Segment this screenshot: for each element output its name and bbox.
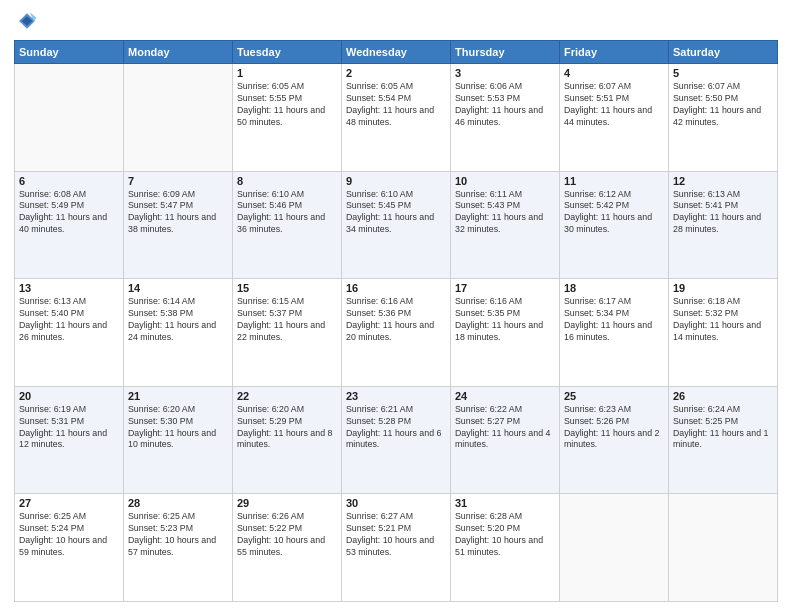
calendar-cell: 1Sunrise: 6:05 AM Sunset: 5:55 PM Daylig… [233, 64, 342, 172]
calendar-cell: 26Sunrise: 6:24 AM Sunset: 5:25 PM Dayli… [669, 386, 778, 494]
calendar-body: 1Sunrise: 6:05 AM Sunset: 5:55 PM Daylig… [15, 64, 778, 602]
calendar-cell: 19Sunrise: 6:18 AM Sunset: 5:32 PM Dayli… [669, 279, 778, 387]
day-header-tuesday: Tuesday [233, 41, 342, 64]
day-number: 23 [346, 390, 446, 402]
calendar-cell: 24Sunrise: 6:22 AM Sunset: 5:27 PM Dayli… [451, 386, 560, 494]
day-info: Sunrise: 6:17 AM Sunset: 5:34 PM Dayligh… [564, 296, 664, 344]
day-info: Sunrise: 6:12 AM Sunset: 5:42 PM Dayligh… [564, 189, 664, 237]
day-info: Sunrise: 6:28 AM Sunset: 5:20 PM Dayligh… [455, 511, 555, 559]
day-info: Sunrise: 6:06 AM Sunset: 5:53 PM Dayligh… [455, 81, 555, 129]
day-number: 9 [346, 175, 446, 187]
calendar-cell: 23Sunrise: 6:21 AM Sunset: 5:28 PM Dayli… [342, 386, 451, 494]
calendar-cell: 5Sunrise: 6:07 AM Sunset: 5:50 PM Daylig… [669, 64, 778, 172]
calendar-week-row: 27Sunrise: 6:25 AM Sunset: 5:24 PM Dayli… [15, 494, 778, 602]
day-number: 10 [455, 175, 555, 187]
calendar-cell: 14Sunrise: 6:14 AM Sunset: 5:38 PM Dayli… [124, 279, 233, 387]
day-number: 30 [346, 497, 446, 509]
calendar-cell: 4Sunrise: 6:07 AM Sunset: 5:51 PM Daylig… [560, 64, 669, 172]
day-info: Sunrise: 6:19 AM Sunset: 5:31 PM Dayligh… [19, 404, 119, 452]
day-info: Sunrise: 6:08 AM Sunset: 5:49 PM Dayligh… [19, 189, 119, 237]
day-number: 28 [128, 497, 228, 509]
day-info: Sunrise: 6:20 AM Sunset: 5:29 PM Dayligh… [237, 404, 337, 452]
day-info: Sunrise: 6:15 AM Sunset: 5:37 PM Dayligh… [237, 296, 337, 344]
calendar-cell: 6Sunrise: 6:08 AM Sunset: 5:49 PM Daylig… [15, 171, 124, 279]
calendar-cell: 29Sunrise: 6:26 AM Sunset: 5:22 PM Dayli… [233, 494, 342, 602]
calendar-cell: 22Sunrise: 6:20 AM Sunset: 5:29 PM Dayli… [233, 386, 342, 494]
day-number: 8 [237, 175, 337, 187]
day-info: Sunrise: 6:05 AM Sunset: 5:54 PM Dayligh… [346, 81, 446, 129]
calendar-cell: 20Sunrise: 6:19 AM Sunset: 5:31 PM Dayli… [15, 386, 124, 494]
day-header-saturday: Saturday [669, 41, 778, 64]
day-header-wednesday: Wednesday [342, 41, 451, 64]
day-info: Sunrise: 6:09 AM Sunset: 5:47 PM Dayligh… [128, 189, 228, 237]
day-info: Sunrise: 6:13 AM Sunset: 5:41 PM Dayligh… [673, 189, 773, 237]
day-number: 21 [128, 390, 228, 402]
day-info: Sunrise: 6:16 AM Sunset: 5:35 PM Dayligh… [455, 296, 555, 344]
calendar-cell [560, 494, 669, 602]
day-info: Sunrise: 6:11 AM Sunset: 5:43 PM Dayligh… [455, 189, 555, 237]
day-number: 3 [455, 67, 555, 79]
day-info: Sunrise: 6:10 AM Sunset: 5:46 PM Dayligh… [237, 189, 337, 237]
day-number: 2 [346, 67, 446, 79]
calendar-cell: 31Sunrise: 6:28 AM Sunset: 5:20 PM Dayli… [451, 494, 560, 602]
calendar-header-row: SundayMondayTuesdayWednesdayThursdayFrid… [15, 41, 778, 64]
day-number: 4 [564, 67, 664, 79]
calendar-cell: 2Sunrise: 6:05 AM Sunset: 5:54 PM Daylig… [342, 64, 451, 172]
day-number: 16 [346, 282, 446, 294]
day-number: 31 [455, 497, 555, 509]
calendar-cell: 25Sunrise: 6:23 AM Sunset: 5:26 PM Dayli… [560, 386, 669, 494]
calendar-cell: 8Sunrise: 6:10 AM Sunset: 5:46 PM Daylig… [233, 171, 342, 279]
day-number: 7 [128, 175, 228, 187]
day-number: 6 [19, 175, 119, 187]
day-number: 12 [673, 175, 773, 187]
day-info: Sunrise: 6:20 AM Sunset: 5:30 PM Dayligh… [128, 404, 228, 452]
day-info: Sunrise: 6:26 AM Sunset: 5:22 PM Dayligh… [237, 511, 337, 559]
day-info: Sunrise: 6:07 AM Sunset: 5:51 PM Dayligh… [564, 81, 664, 129]
calendar-cell: 30Sunrise: 6:27 AM Sunset: 5:21 PM Dayli… [342, 494, 451, 602]
day-info: Sunrise: 6:16 AM Sunset: 5:36 PM Dayligh… [346, 296, 446, 344]
day-number: 22 [237, 390, 337, 402]
day-header-monday: Monday [124, 41, 233, 64]
day-number: 20 [19, 390, 119, 402]
calendar-cell [669, 494, 778, 602]
day-info: Sunrise: 6:14 AM Sunset: 5:38 PM Dayligh… [128, 296, 228, 344]
calendar-week-row: 13Sunrise: 6:13 AM Sunset: 5:40 PM Dayli… [15, 279, 778, 387]
logo-icon [16, 10, 38, 32]
day-info: Sunrise: 6:21 AM Sunset: 5:28 PM Dayligh… [346, 404, 446, 452]
calendar-cell [124, 64, 233, 172]
calendar-week-row: 20Sunrise: 6:19 AM Sunset: 5:31 PM Dayli… [15, 386, 778, 494]
day-number: 5 [673, 67, 773, 79]
day-number: 15 [237, 282, 337, 294]
day-number: 17 [455, 282, 555, 294]
calendar-cell: 10Sunrise: 6:11 AM Sunset: 5:43 PM Dayli… [451, 171, 560, 279]
calendar-cell: 28Sunrise: 6:25 AM Sunset: 5:23 PM Dayli… [124, 494, 233, 602]
calendar-cell: 17Sunrise: 6:16 AM Sunset: 5:35 PM Dayli… [451, 279, 560, 387]
day-number: 11 [564, 175, 664, 187]
calendar-week-row: 1Sunrise: 6:05 AM Sunset: 5:55 PM Daylig… [15, 64, 778, 172]
calendar-cell: 9Sunrise: 6:10 AM Sunset: 5:45 PM Daylig… [342, 171, 451, 279]
day-info: Sunrise: 6:05 AM Sunset: 5:55 PM Dayligh… [237, 81, 337, 129]
day-info: Sunrise: 6:24 AM Sunset: 5:25 PM Dayligh… [673, 404, 773, 452]
day-info: Sunrise: 6:10 AM Sunset: 5:45 PM Dayligh… [346, 189, 446, 237]
day-info: Sunrise: 6:22 AM Sunset: 5:27 PM Dayligh… [455, 404, 555, 452]
header [14, 10, 778, 36]
day-number: 1 [237, 67, 337, 79]
calendar-cell: 3Sunrise: 6:06 AM Sunset: 5:53 PM Daylig… [451, 64, 560, 172]
day-info: Sunrise: 6:25 AM Sunset: 5:24 PM Dayligh… [19, 511, 119, 559]
day-number: 14 [128, 282, 228, 294]
calendar-cell: 7Sunrise: 6:09 AM Sunset: 5:47 PM Daylig… [124, 171, 233, 279]
day-number: 18 [564, 282, 664, 294]
calendar: SundayMondayTuesdayWednesdayThursdayFrid… [14, 40, 778, 602]
calendar-cell: 16Sunrise: 6:16 AM Sunset: 5:36 PM Dayli… [342, 279, 451, 387]
calendar-cell: 15Sunrise: 6:15 AM Sunset: 5:37 PM Dayli… [233, 279, 342, 387]
calendar-cell [15, 64, 124, 172]
day-number: 19 [673, 282, 773, 294]
day-number: 24 [455, 390, 555, 402]
day-info: Sunrise: 6:23 AM Sunset: 5:26 PM Dayligh… [564, 404, 664, 452]
day-info: Sunrise: 6:07 AM Sunset: 5:50 PM Dayligh… [673, 81, 773, 129]
day-number: 26 [673, 390, 773, 402]
day-number: 29 [237, 497, 337, 509]
day-info: Sunrise: 6:18 AM Sunset: 5:32 PM Dayligh… [673, 296, 773, 344]
calendar-cell: 21Sunrise: 6:20 AM Sunset: 5:30 PM Dayli… [124, 386, 233, 494]
day-info: Sunrise: 6:25 AM Sunset: 5:23 PM Dayligh… [128, 511, 228, 559]
